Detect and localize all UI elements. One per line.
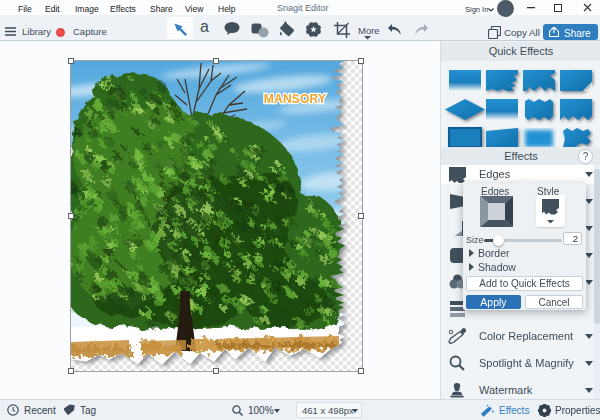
svg-text:MANSORY: MANSORY <box>264 92 326 106</box>
